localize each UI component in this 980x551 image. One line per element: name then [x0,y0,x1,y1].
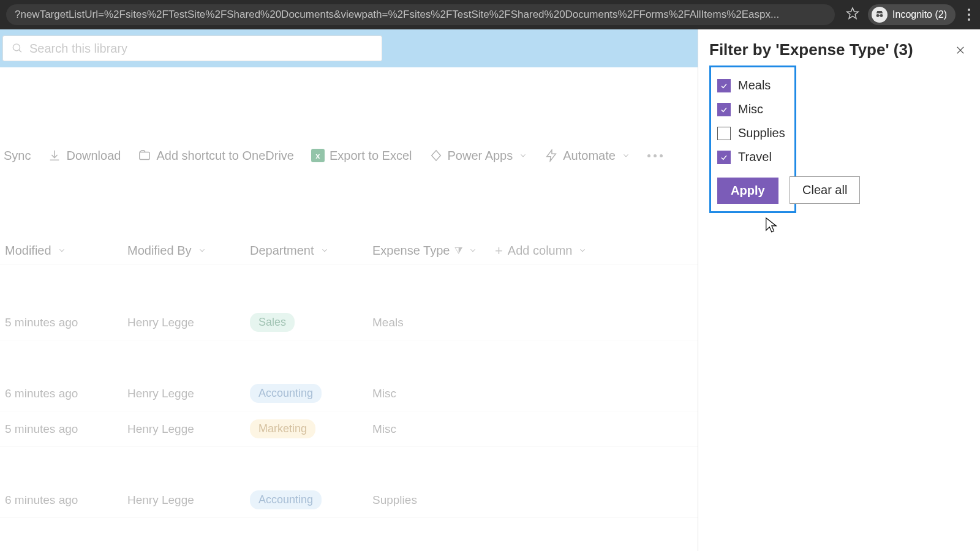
search-input[interactable] [29,42,373,56]
cell-modified: 5 minutes ago [5,422,127,436]
cell-expense-type: Supplies [372,493,495,507]
search-icon [12,42,23,54]
chevron-down-icon [578,244,587,258]
incognito-label: Incognito (2) [892,9,947,20]
checkbox[interactable] [717,127,731,140]
svg-point-4 [13,44,20,51]
chevron-down-icon [469,244,477,258]
filter-panel: Filter by 'Expense Type' (3) MealsMiscSu… [698,29,980,551]
cell-department: Sales [250,313,372,332]
table-row[interactable]: 5 minutes agoHenry LeggeMarketingMisc [0,411,698,447]
bookmark-star-icon[interactable] [846,7,859,23]
column-modified[interactable]: Modified [5,244,127,258]
cell-expense-type: Misc [372,387,495,400]
cell-expense-type: Meals [372,316,495,329]
cell-expense-type: Misc [372,422,495,436]
cell-department: Accounting [250,384,372,403]
add-shortcut-button[interactable]: Add shortcut to OneDrive [138,149,294,163]
filter-panel-title: Filter by 'Expense Type' (3) [709,40,913,59]
more-actions-button[interactable] [647,154,663,157]
column-expense-type[interactable]: Expense Type ⧩ [372,244,495,258]
shortcut-icon [138,149,151,162]
column-department[interactable]: Department [250,244,372,258]
plus-icon: + [495,243,503,259]
cell-modified: 5 minutes ago [5,316,127,329]
download-icon [48,149,61,162]
cell-modified: 6 minutes ago [5,493,127,507]
document-rows: 5 minutes agoHenry LeggeSalesMeals6 minu… [0,264,698,518]
cell-modified-by: Henry Legge [127,493,250,507]
close-panel-button[interactable] [952,42,969,59]
power-apps-button[interactable]: Power Apps [429,149,528,163]
filter-option-meals[interactable]: Meals [717,73,788,97]
browser-chrome: ?newTargetListUrl=%2Fsites%2FTestSite%2F… [0,0,980,29]
checkbox[interactable] [717,103,731,116]
column-headers: Modified Modified By Department Expense … [0,238,698,264]
filter-applied-icon: ⧩ [454,246,462,257]
cell-modified-by: Henry Legge [127,316,250,329]
chevron-down-icon [519,149,527,163]
chevron-down-icon [198,244,206,258]
filter-option-misc[interactable]: Misc [717,97,788,121]
chevron-down-icon [622,149,630,163]
cell-modified-by: Henry Legge [127,422,250,436]
svg-marker-7 [431,151,440,161]
command-bar: Sync Download Add shortcut to OneDrive x… [0,141,698,170]
chevron-down-icon [58,244,66,258]
address-bar[interactable]: ?newTargetListUrl=%2Fsites%2FTestSite%2F… [6,4,835,25]
apply-filter-button[interactable]: Apply [717,178,778,204]
cell-modified-by: Henry Legge [127,387,250,400]
automate-icon [545,149,558,162]
cell-modified: 6 minutes ago [5,387,127,400]
svg-rect-3 [879,15,880,17]
cell-department: Marketing [250,419,372,438]
filter-option-label: Supplies [738,126,785,140]
svg-marker-0 [847,8,858,18]
download-button[interactable]: Download [48,149,121,163]
filter-options-box: MealsMiscSuppliesTravel Apply Clear all [709,66,796,213]
clear-all-button[interactable]: Clear all [790,176,860,204]
ellipsis-icon [647,154,663,157]
checkbox[interactable] [717,151,731,164]
column-modified-by[interactable]: Modified By [127,244,250,258]
filter-option-label: Misc [738,102,763,116]
cell-department: Accounting [250,490,372,509]
automate-button[interactable]: Automate [545,149,630,163]
browser-menu-icon[interactable] [964,9,974,21]
powerapps-icon [429,149,443,162]
incognito-icon [872,7,888,23]
filter-option-supplies[interactable]: Supplies [717,121,788,145]
excel-icon: x [311,149,325,162]
url-text: ?newTargetListUrl=%2Fsites%2FTestSite%2F… [15,9,779,21]
svg-point-2 [880,14,883,17]
filter-option-travel[interactable]: Travel [717,145,788,169]
library-search[interactable] [2,36,382,61]
svg-rect-6 [140,152,150,160]
main-content: Sync Download Add shortcut to OneDrive x… [0,29,698,551]
sync-button[interactable]: Sync [4,149,31,163]
checkbox[interactable] [717,79,731,92]
svg-point-1 [876,14,880,17]
incognito-badge[interactable]: Incognito (2) [868,4,956,25]
export-excel-button[interactable]: x Export to Excel [311,149,412,163]
svg-line-5 [19,50,21,52]
chevron-down-icon [320,244,329,258]
table-row[interactable]: 6 minutes agoHenry LeggeAccountingMisc [0,376,698,411]
add-column-button[interactable]: + Add column [495,243,698,259]
filter-option-label: Travel [738,150,772,164]
close-icon [955,45,966,56]
suite-bar [0,29,698,67]
filter-option-label: Meals [738,78,771,92]
table-row[interactable]: 6 minutes agoHenry LeggeAccountingSuppli… [0,482,698,518]
table-row[interactable]: 5 minutes agoHenry LeggeSalesMeals [0,305,698,340]
